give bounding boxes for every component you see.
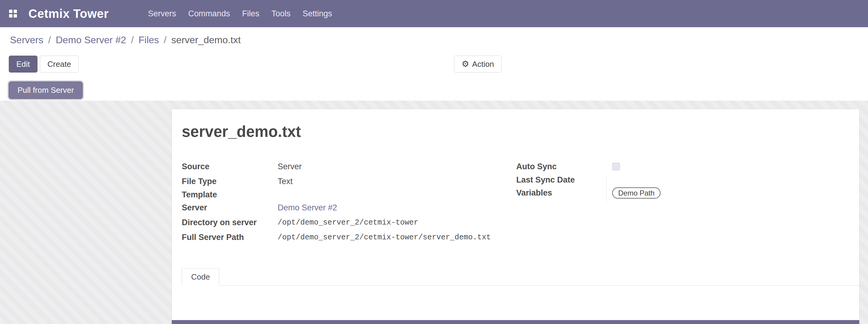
field-row-source: Source Server bbox=[182, 159, 502, 174]
menu-settings[interactable]: Settings bbox=[297, 0, 338, 27]
field-label-directory: Directory on server bbox=[182, 215, 278, 230]
field-label-server: Server bbox=[182, 200, 278, 215]
main-menu: Servers Commands Files Tools Settings bbox=[142, 0, 338, 27]
field-label-source: Source bbox=[182, 159, 278, 174]
apps-grid-icon[interactable] bbox=[9, 10, 17, 18]
gear-icon: ⚙ bbox=[462, 60, 469, 68]
tab-code[interactable]: Code bbox=[182, 268, 219, 286]
field-row-server: Server Demo Server #2 bbox=[182, 200, 502, 215]
menu-commands[interactable]: Commands bbox=[182, 0, 236, 27]
record-title: server_demo.txt bbox=[182, 123, 301, 140]
field-row-directory: Directory on server /opt/demo_server_2/c… bbox=[182, 215, 502, 230]
field-row-template: Template bbox=[182, 189, 502, 200]
form-sheet: server_demo.txt Source Server File Type … bbox=[172, 109, 860, 324]
breadcrumb-servers[interactable]: Servers bbox=[10, 34, 43, 46]
breadcrumb-separator: / bbox=[48, 34, 51, 46]
field-row-variables: Variables Demo Path bbox=[516, 186, 849, 200]
field-label-template: Template bbox=[182, 189, 278, 200]
field-row-last-sync-date: Last Sync Date bbox=[516, 174, 849, 186]
field-row-auto-sync: Auto Sync bbox=[516, 159, 849, 174]
breadcrumb-separator: / bbox=[131, 34, 134, 46]
form-buttons: Edit Create bbox=[9, 56, 79, 72]
breadcrumb-files[interactable]: Files bbox=[138, 34, 159, 46]
field-group-right: Auto Sync Last Sync Date Variables Demo … bbox=[516, 159, 849, 200]
grid-dot bbox=[9, 14, 12, 18]
field-row-file-type: File Type Text bbox=[182, 174, 502, 189]
field-value-file-type: Text bbox=[278, 174, 293, 189]
control-panel: Servers / Demo Server #2 / Files / serve… bbox=[0, 27, 868, 101]
breadcrumb: Servers / Demo Server #2 / Files / serve… bbox=[10, 34, 241, 46]
field-label-auto-sync: Auto Sync bbox=[516, 159, 612, 174]
field-label-file-type: File Type bbox=[182, 174, 278, 189]
action-menu-button[interactable]: ⚙ Action bbox=[454, 56, 501, 72]
pull-from-server-button[interactable]: Pull from Server bbox=[9, 82, 83, 99]
create-button[interactable]: Create bbox=[40, 56, 79, 72]
breadcrumb-demo-server-2[interactable]: Demo Server #2 bbox=[56, 34, 126, 46]
menu-files[interactable]: Files bbox=[236, 0, 265, 27]
form-view-background: server_demo.txt Source Server File Type … bbox=[0, 101, 868, 324]
field-value-source: Server bbox=[278, 159, 302, 174]
auto-sync-checkbox[interactable] bbox=[612, 163, 620, 170]
top-navbar: Cetmix Tower Servers Commands Files Tool… bbox=[0, 0, 868, 27]
brand-title[interactable]: Cetmix Tower bbox=[28, 7, 108, 21]
menu-servers[interactable]: Servers bbox=[142, 0, 182, 27]
field-label-full-path: Full Server Path bbox=[182, 230, 278, 245]
notebook-tabs: Code bbox=[182, 268, 859, 286]
variable-tag-demo-path: Demo Path bbox=[612, 187, 660, 199]
grid-dot bbox=[9, 10, 12, 13]
app-window: Cetmix Tower Servers Commands Files Tool… bbox=[0, 0, 868, 324]
action-menu-label: Action bbox=[472, 60, 494, 69]
field-value-full-path: /opt/demo_server_2/cetmix-tower/server_d… bbox=[278, 230, 491, 245]
field-group-left: Source Server File Type Text Template Se… bbox=[182, 159, 502, 245]
code-editor-top-strip bbox=[172, 320, 859, 324]
field-separator-line bbox=[607, 176, 607, 202]
field-value-directory: /opt/demo_server_2/cetmix-tower bbox=[278, 215, 418, 230]
field-row-full-path: Full Server Path /opt/demo_server_2/cetm… bbox=[182, 230, 502, 245]
field-value-variables: Demo Path bbox=[612, 186, 660, 200]
field-label-last-sync-date: Last Sync Date bbox=[516, 174, 612, 186]
breadcrumb-current-file: server_demo.txt bbox=[171, 34, 241, 46]
field-label-variables: Variables bbox=[516, 186, 612, 200]
field-value-server-link[interactable]: Demo Server #2 bbox=[278, 200, 337, 215]
grid-dot bbox=[13, 10, 17, 13]
grid-dot bbox=[13, 14, 17, 18]
menu-tools[interactable]: Tools bbox=[265, 0, 297, 27]
edit-button[interactable]: Edit bbox=[9, 56, 37, 72]
breadcrumb-separator: / bbox=[164, 34, 167, 46]
